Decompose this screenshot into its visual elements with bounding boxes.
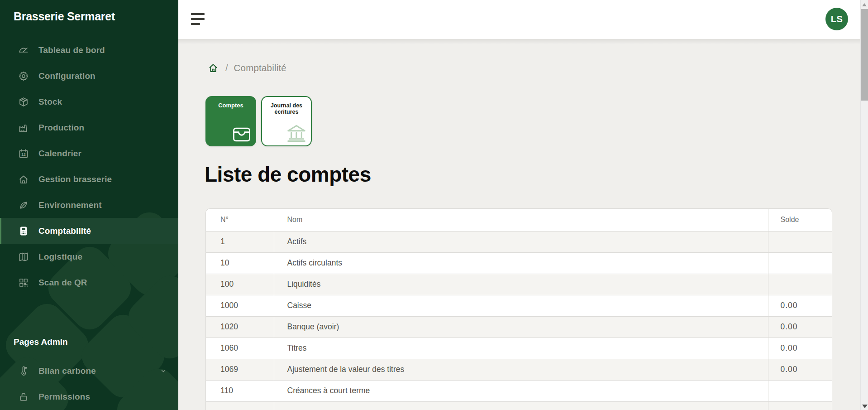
table-row xyxy=(206,401,832,410)
table-header-row: N° Nom Solde xyxy=(206,209,832,231)
sidebar-item-label: Calendrier xyxy=(38,149,81,159)
map-icon xyxy=(18,251,29,262)
cell-solde: 0.00 xyxy=(768,295,832,316)
table-row: 1060Titres0.00 xyxy=(206,338,832,359)
cell-solde: 0.00 xyxy=(768,359,832,380)
thermometer-icon xyxy=(18,366,29,376)
cell-nom xyxy=(274,401,768,410)
tab-label: Journal des écritures xyxy=(262,97,311,116)
factory-icon xyxy=(18,122,29,133)
cell-n: 1060 xyxy=(206,338,274,359)
sidebar-item-calendrier[interactable]: 12Calendrier xyxy=(0,140,178,166)
leaf-icon xyxy=(18,200,29,211)
menu-toggle-button[interactable] xyxy=(191,12,205,26)
sidebar-item-label: Gestion brasserie xyxy=(38,174,112,184)
wallet-icon xyxy=(233,127,251,142)
sidebar-item-environnement[interactable]: Environnement xyxy=(0,192,178,218)
cell-nom: Créances à court terme xyxy=(274,380,768,401)
sidebar-item-label: Bilan carbone xyxy=(38,366,96,376)
sidebar-item-label: Stock xyxy=(38,97,62,107)
sidebar-item-tableau-de-bord[interactable]: Tableau de bord xyxy=(0,37,178,63)
column-header-n: N° xyxy=(206,209,274,231)
sidebar-item-label: Comptabilité xyxy=(38,226,91,236)
calculator-icon xyxy=(18,226,29,236)
tab-label: Comptes xyxy=(205,96,256,109)
sidebar-item-production[interactable]: Production xyxy=(0,115,178,140)
home-icon xyxy=(18,174,29,185)
column-header-solde: Solde xyxy=(768,209,832,231)
cell-solde xyxy=(768,380,832,401)
sidebar-item-label: Environnement xyxy=(38,200,102,210)
sidebar-item-configuration[interactable]: Configuration xyxy=(0,63,178,89)
breadcrumb-separator: / xyxy=(225,63,228,73)
table-row: 110Créances à court terme xyxy=(206,380,832,401)
cell-nom: Titres xyxy=(274,338,768,359)
chevron-down-icon[interactable] xyxy=(160,368,167,374)
sidebar-item-label: Production xyxy=(38,123,84,133)
table-row: 1000Caisse0.00 xyxy=(206,295,832,316)
table-row: 100Liquidités xyxy=(206,274,832,295)
breadcrumb: / Comptabilité xyxy=(208,63,286,73)
box-icon xyxy=(18,96,29,107)
qr-icon xyxy=(18,277,29,288)
cell-solde xyxy=(768,274,832,295)
cell-n: 100 xyxy=(206,274,274,295)
table-row: 1020Banque (avoir)0.00 xyxy=(206,316,832,338)
cell-solde: 0.00 xyxy=(768,316,832,338)
cell-solde xyxy=(768,401,832,410)
tab-journal-des-ecritures[interactable]: Journal des écritures xyxy=(261,96,312,146)
sidebar-item-label: Scan de QR xyxy=(38,278,87,288)
app-root: Brasserie Sermaret Tableau de bordConfig… xyxy=(0,0,868,410)
sidebar-item-stock[interactable]: Stock xyxy=(0,89,178,115)
sidebar-item-permissions[interactable]: Permissions xyxy=(0,384,178,410)
scrollbar[interactable] xyxy=(860,0,868,410)
brand-title: Brasserie Sermaret xyxy=(14,10,115,23)
cell-solde: 0.00 xyxy=(768,338,832,359)
cell-solde xyxy=(768,231,832,252)
scrollbar-thumb[interactable] xyxy=(861,9,868,101)
cell-nom: Actifs circulants xyxy=(274,252,768,274)
sidebar-item-bilan-carbone[interactable]: Bilan carbone xyxy=(0,358,178,384)
home-icon[interactable] xyxy=(208,63,219,73)
sidebar-item-comptabilite[interactable]: Comptabilité xyxy=(0,218,178,244)
table-row: 1Actifs xyxy=(206,231,832,252)
cell-n: 1 xyxy=(206,231,274,252)
sidebar-item-gestion-brasserie[interactable]: Gestion brasserie xyxy=(0,166,178,192)
scroll-up-button[interactable] xyxy=(862,3,867,6)
cell-n: 1069 xyxy=(206,359,274,380)
sidebar-item-label: Logistique xyxy=(38,252,82,262)
page-title: Liste de comptes xyxy=(205,162,371,187)
scroll-down-button[interactable] xyxy=(862,405,868,408)
lock-icon xyxy=(18,391,29,402)
breadcrumb-current: Comptabilité xyxy=(234,63,286,73)
sidebar-item-label: Configuration xyxy=(38,71,95,81)
cell-n xyxy=(206,401,274,410)
calendar-icon: 12 xyxy=(18,148,29,159)
sidebar-item-label: Tableau de bord xyxy=(38,45,105,55)
svg-text:12: 12 xyxy=(21,152,26,157)
admin-section-label: Pages Admin xyxy=(14,337,68,347)
sidebar-item-label: Permissions xyxy=(38,392,90,402)
cell-n: 1000 xyxy=(206,295,274,316)
cell-nom: Banque (avoir) xyxy=(274,316,768,338)
topbar: LS xyxy=(178,0,860,39)
cell-n: 110 xyxy=(206,380,274,401)
cell-n: 1020 xyxy=(206,316,274,338)
sidebar-admin-nav: Bilan carbonePermissions xyxy=(0,358,178,410)
cell-n: 10 xyxy=(206,252,274,274)
table-row: 1069Ajustement de la valeur des titres0.… xyxy=(206,359,832,380)
gauge-icon xyxy=(18,45,29,56)
sidebar-item-logistique[interactable]: Logistique xyxy=(0,244,178,270)
main-content: / Comptabilité ComptesJournal des écritu… xyxy=(178,39,860,410)
bank-icon xyxy=(286,124,307,142)
cell-nom: Actifs xyxy=(274,231,768,252)
avatar[interactable]: LS xyxy=(825,8,848,30)
tab-comptes[interactable]: Comptes xyxy=(205,96,256,146)
sidebar-nav: Tableau de bordConfigurationStockProduct… xyxy=(0,37,178,295)
cell-nom: Caisse xyxy=(274,295,768,316)
cell-nom: Ajustement de la valeur des titres xyxy=(274,359,768,380)
sidebar-item-scan-de-qr[interactable]: Scan de QR xyxy=(0,270,178,295)
table-row: 10Actifs circulants xyxy=(206,252,832,274)
accounts-table: N° Nom Solde 1Actifs10Actifs circulants1… xyxy=(205,208,832,410)
sidebar: Brasserie Sermaret Tableau de bordConfig… xyxy=(0,0,178,410)
